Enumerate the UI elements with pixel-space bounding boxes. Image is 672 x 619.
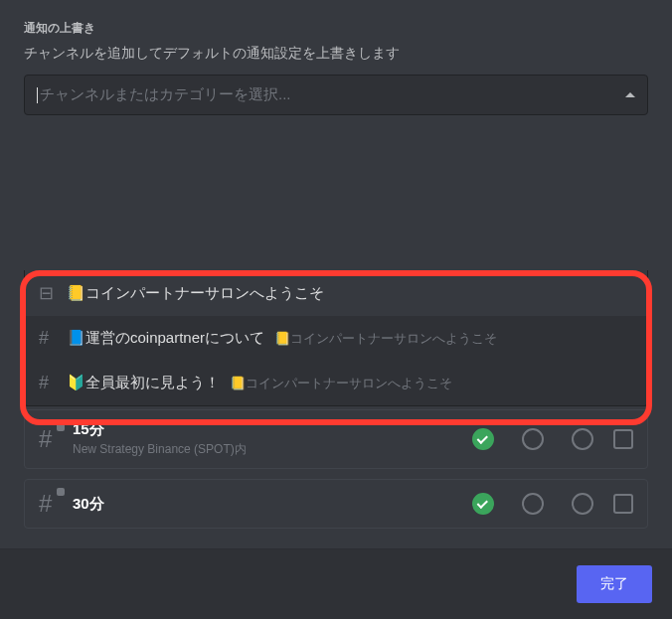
hash-icon: # — [39, 373, 57, 393]
radio-all[interactable] — [472, 493, 494, 515]
text-cursor — [37, 87, 38, 103]
radio-mentions[interactable] — [522, 493, 544, 515]
radio-all[interactable] — [472, 428, 494, 450]
dropdown-label: コインパートナーサロンへようこそ — [85, 284, 324, 301]
dropdown-item-category[interactable]: ⊟ 📒コインパートナーサロンへようこそ — [25, 270, 647, 316]
dropdown-item-channel[interactable]: # 📘運営のcoinpartnerについて 📒コインパートナーサロンへようこそ — [25, 316, 647, 361]
hash-lock-icon: # — [39, 490, 61, 518]
dropdown-item-channel[interactable]: # 🔰全員最初に見よう！ 📒コインパートナーサロンへようこそ — [25, 361, 647, 405]
channel-row: # 15分 New Strategy Binance (SPOT)内 — [24, 409, 648, 469]
done-button[interactable]: 完了 — [577, 565, 652, 603]
delete-button[interactable] — [613, 494, 633, 514]
hash-lock-icon: # — [39, 425, 61, 453]
dropdown-sub: 📒コインパートナーサロンへようこそ — [274, 331, 497, 346]
channel-name: 30分 — [73, 495, 460, 514]
hash-icon: # — [39, 328, 57, 349]
dropdown-label: 運営のcoinpartnerについて — [85, 329, 264, 346]
radio-mentions[interactable] — [522, 428, 544, 450]
dropdown-emoji: 🔰 — [67, 374, 85, 390]
section-title: 通知の上書き — [24, 20, 648, 37]
dropdown-emoji: 📒 — [67, 284, 85, 301]
channel-category: New Strategy Binance (SPOT)内 — [73, 441, 460, 458]
radio-none[interactable] — [572, 493, 593, 515]
dropdown-sub: 📒コインパートナーサロンへようこそ — [230, 376, 452, 390]
category-icon: ⊟ — [39, 282, 57, 304]
channel-row: # 30分 — [24, 479, 648, 529]
footer: 完了 — [0, 549, 672, 619]
channel-dropdown: ⊟ 📒コインパートナーサロンへようこそ # 📘運営のcoinpartnerについ… — [24, 270, 648, 406]
channel-name: 15分 — [73, 420, 460, 439]
channel-select[interactable]: チャンネルまたはカテゴリーを選択... — [24, 75, 648, 115]
radio-none[interactable] — [572, 428, 593, 450]
dropdown-label: 全員最初に見よう！ — [85, 374, 220, 390]
dropdown-emoji: 📘 — [67, 329, 85, 346]
section-description: チャンネルを追加してデフォルトの通知設定を上書きします — [24, 45, 648, 63]
select-placeholder: チャンネルまたはカテゴリーを選択... — [40, 85, 291, 104]
caret-up-icon — [625, 92, 635, 97]
delete-button[interactable] — [613, 429, 633, 449]
